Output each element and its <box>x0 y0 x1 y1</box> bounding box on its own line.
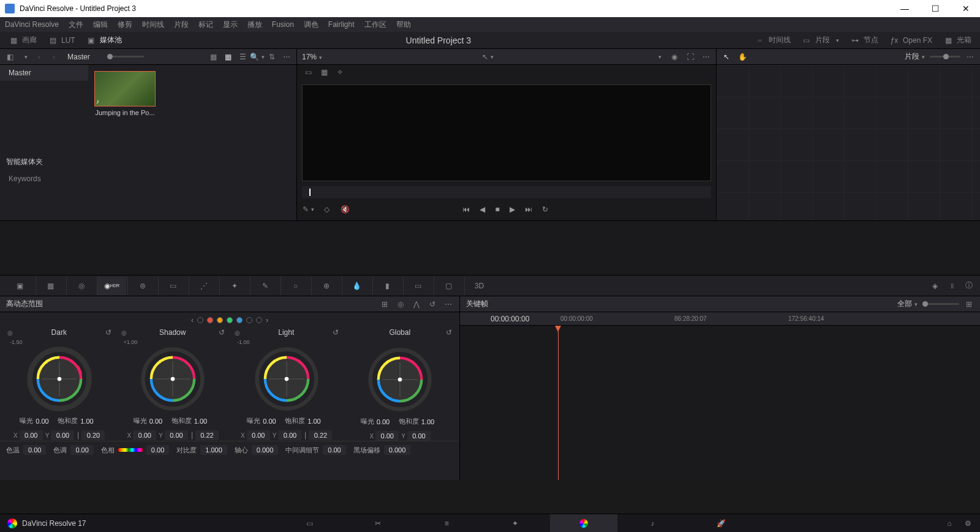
palette-magic-mask[interactable]: 💧 <box>342 277 371 295</box>
menu-color[interactable]: 调色 <box>304 20 318 30</box>
x-value[interactable]: 0.00 <box>20 430 43 440</box>
gallery-toggle[interactable]: ▦画廊 <box>9 35 37 45</box>
openfx-toggle[interactable]: ƒxOpen FX <box>889 36 932 45</box>
hdr-dot-1[interactable] <box>197 317 203 323</box>
palette-3d[interactable]: 3D <box>464 277 494 295</box>
keyframe-filter[interactable]: 全部 <box>897 299 918 309</box>
menu-davinci[interactable]: DaVinci Resolve <box>5 20 59 29</box>
palette-qualifier[interactable]: ✎ <box>250 277 279 295</box>
viewer-mode-icon[interactable] <box>654 52 663 62</box>
target-icon[interactable]: ◎ <box>121 329 127 336</box>
first-frame-button[interactable]: ⏮ <box>462 205 470 214</box>
nodes-toggle[interactable]: ⊶节点 <box>850 35 878 45</box>
page-fairlight[interactable]: ♪ <box>619 514 686 533</box>
loop-button[interactable]: ↻ <box>542 205 548 214</box>
split-icon[interactable]: ▦ <box>319 67 329 77</box>
hand-tool-icon[interactable]: ✋ <box>737 52 747 62</box>
view-grid-icon[interactable]: ▦ <box>223 52 233 62</box>
color-wheel[interactable] <box>253 345 320 413</box>
viewer-options-icon[interactable]: ⋯ <box>701 52 711 62</box>
viewer-canvas[interactable] <box>302 84 711 181</box>
hdr-zone-icon[interactable]: ◎ <box>396 299 405 309</box>
clips-toggle[interactable]: ▭片段 <box>802 35 839 45</box>
palette-sizing[interactable]: ▢ <box>434 277 463 295</box>
bo-value[interactable]: 0.000 <box>384 445 411 455</box>
color-wheel[interactable] <box>139 345 206 413</box>
node-zoom-slider[interactable] <box>930 56 960 58</box>
layers-icon[interactable]: ◇ <box>322 204 331 214</box>
palette-curves[interactable]: ⋰ <box>189 277 218 295</box>
palette-wheels[interactable]: ◎ <box>66 277 96 295</box>
palette-hdr[interactable]: ◉HDR <box>97 277 126 295</box>
scopes-icon[interactable]: ⫴ <box>947 281 957 291</box>
menu-fusion[interactable]: Fusion <box>272 20 294 29</box>
hdr-options-icon[interactable]: ⋯ <box>443 299 453 309</box>
hdr-reset-icon[interactable]: ↺ <box>428 299 437 309</box>
target-icon[interactable]: ◎ <box>7 329 13 336</box>
palette-motion[interactable]: ▭ <box>158 277 187 295</box>
search-icon[interactable]: 🔍 <box>252 52 262 62</box>
sort-icon[interactable]: ⇅ <box>267 52 277 62</box>
hdr-dot-5[interactable] <box>236 317 243 323</box>
y-value[interactable]: 0.00 <box>51 430 74 440</box>
mute-icon[interactable]: 🔇 <box>340 204 350 214</box>
close-button[interactable]: ✕ <box>957 4 975 13</box>
node-graph[interactable] <box>717 65 980 220</box>
view-thumbnail-icon[interactable]: ▦ <box>208 52 218 62</box>
menu-fairlight[interactable]: Fairlight <box>328 20 355 29</box>
menu-workspace[interactable]: 工作区 <box>364 20 386 30</box>
hdr-dot-2[interactable] <box>207 317 213 323</box>
nav-fwd-icon[interactable]: › <box>49 52 59 62</box>
menu-mark[interactable]: 标记 <box>198 20 213 30</box>
hdr-prev-icon[interactable]: ‹ <box>191 316 194 324</box>
media-pool-toggle[interactable]: ▣媒体池 <box>86 35 122 45</box>
temp-value[interactable]: 0.00 <box>23 445 46 455</box>
hdr-dot-3[interactable] <box>217 317 223 323</box>
color-wheel[interactable] <box>26 345 93 413</box>
palette-warper[interactable]: ✦ <box>219 277 249 295</box>
page-fusion[interactable]: ✦ <box>481 514 549 533</box>
hue-gradient[interactable] <box>118 448 143 452</box>
page-deliver[interactable]: 🚀 <box>687 514 755 533</box>
z-value[interactable]: 0.20 <box>81 430 105 440</box>
palette-blur[interactable]: ▮ <box>372 277 402 295</box>
kf-expand-icon[interactable]: ⊞ <box>964 299 974 309</box>
hdr-dot-7[interactable] <box>256 317 262 323</box>
viewer-zoom[interactable]: 17% <box>302 53 322 61</box>
keyframe-ruler[interactable]: 00:00:00:00 00:00:00:00 86:28:20:07 172:… <box>460 312 980 326</box>
md-value[interactable]: 0.00 <box>323 445 345 455</box>
pivot-value[interactable]: 0.000 <box>252 445 279 455</box>
wand-icon[interactable]: ✧ <box>335 67 345 77</box>
page-media[interactable]: ▭ <box>276 514 343 533</box>
palette-color-match[interactable]: ▦ <box>36 277 65 295</box>
thumb-size-slider[interactable] <box>107 56 144 58</box>
tint-value[interactable]: 0.00 <box>70 445 93 455</box>
menu-view[interactable]: 显示 <box>223 20 238 30</box>
menu-file[interactable]: 文件 <box>69 20 83 30</box>
maximize-button[interactable]: ☐ <box>926 4 944 13</box>
lightbox-toggle[interactable]: ▦光箱 <box>943 35 971 45</box>
reset-icon[interactable]: ↺ <box>219 328 225 337</box>
hdr-expand-icon[interactable]: ⊞ <box>380 299 390 309</box>
lut-toggle[interactable]: ▤LUT <box>48 36 75 45</box>
menu-playback[interactable]: 播放 <box>247 20 262 30</box>
palette-camera-raw[interactable]: ▣ <box>5 277 34 295</box>
hdr-graph-icon[interactable]: ⋀ <box>412 299 421 309</box>
last-frame-button[interactable]: ⏭ <box>525 205 532 214</box>
menu-trim[interactable]: 修剪 <box>118 20 132 30</box>
contrast-value[interactable]: 1.000 <box>200 445 227 455</box>
play-button[interactable]: ▶ <box>510 205 515 214</box>
bypass-icon[interactable]: ◉ <box>669 52 679 62</box>
color-wheel[interactable] <box>366 346 434 413</box>
stop-button[interactable]: ■ <box>495 205 499 214</box>
highlight-icon[interactable]: ▭ <box>303 67 313 77</box>
hdr-next-icon[interactable]: › <box>266 316 268 324</box>
keyframe-playhead[interactable] <box>558 326 559 480</box>
timeline-toggle[interactable]: ⎓时间线 <box>755 35 791 45</box>
smart-bin-keywords[interactable]: Keywords <box>0 171 88 187</box>
page-color[interactable] <box>550 514 617 533</box>
bin-master[interactable]: Master <box>0 65 88 81</box>
clip-item[interactable]: ♪ Jumping in the Po... <box>94 71 156 116</box>
info-icon[interactable]: ⓘ <box>964 281 974 291</box>
node-options-icon[interactable]: ⋯ <box>965 52 975 62</box>
